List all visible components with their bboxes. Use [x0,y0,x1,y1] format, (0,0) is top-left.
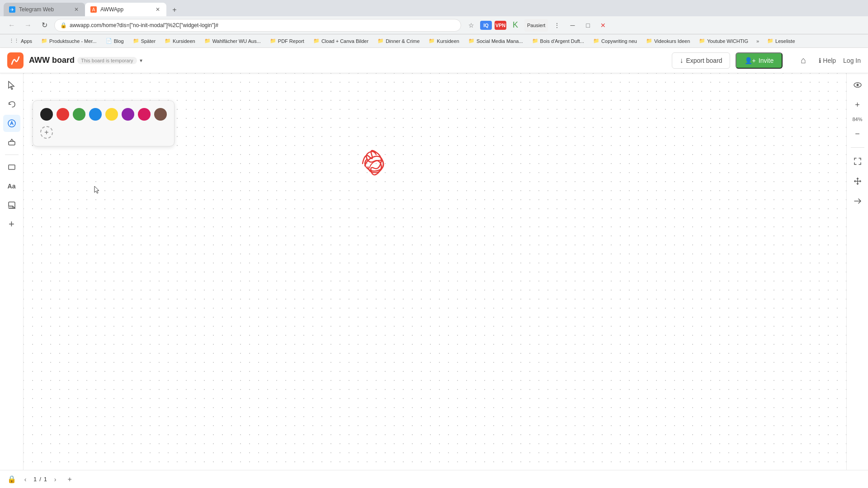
color-swatch-pink[interactable] [138,108,151,121]
move-tool-btn[interactable] [849,173,866,189]
apps-icon: ⋮⋮ [9,38,19,44]
bookmark-kursideen1[interactable]: 📁 Kursideen [161,37,199,45]
star-button[interactable]: ☆ [465,19,477,32]
tab-bar: ✈ Telegram Web ✕ A AWWApp ✕ + [0,0,868,16]
tab-telegram[interactable]: ✈ Telegram Web ✕ [4,3,85,16]
folder-icon-6: 📁 [313,38,320,44]
add-color-row: + [40,126,167,139]
folder-icon-10: 📁 [532,38,538,44]
folder-icon-5: 📁 [270,38,276,44]
svg-point-6 [856,84,859,86]
color-swatch-blue[interactable] [89,108,102,121]
canvas-area[interactable]: + [24,73,846,470]
board-dropdown-arrow: ▾ [140,57,142,64]
color-panel: + [33,100,175,146]
app-logo[interactable] [7,52,24,69]
board-temp-label: This board is temporary [77,57,137,64]
new-tab-button[interactable]: + [168,4,181,16]
color-swatch-brown[interactable] [154,108,167,121]
board-name-area[interactable]: AWW board This board is temporary ▾ [29,56,142,65]
color-swatch-purple[interactable] [122,108,134,121]
undo-tool[interactable] [3,96,20,113]
bookmark-videokurs[interactable]: 📁 Videokurs Ideen [642,37,693,45]
export-button[interactable]: ↓ Export board [672,52,730,69]
color-swatch-yellow[interactable] [105,108,118,121]
text-tool[interactable]: Aa [3,178,20,195]
color-swatch-green[interactable] [73,108,85,121]
tab-close-telegram[interactable]: ✕ [73,5,80,14]
pen-tool[interactable] [3,115,20,132]
fit-screen-button[interactable] [849,153,866,169]
rectangle-tool[interactable] [3,159,20,176]
add-color-button[interactable]: + [40,126,53,139]
main-content: Aa + [0,73,868,470]
board-name: AWW board [29,56,75,65]
bookmark-kursideen2[interactable]: 📁 Kursideen [425,37,463,45]
login-button[interactable]: Log In [843,57,861,64]
folder-icon-13: 📁 [699,38,705,44]
bookmark-produktsuche[interactable]: 📁 Produktsuche - Mer... [38,37,100,45]
bookmark-wahlfaecher[interactable]: 📁 Wahlfächer WU Aus... [201,37,264,45]
bookmark-canva[interactable]: 📁 Cload + Canva Bilder [310,37,372,45]
bookmark-blog[interactable]: 📄 Blog [102,37,127,45]
bookmark-apps[interactable]: ⋮⋮ Apps [5,37,36,45]
bookmark-more[interactable]: » [754,38,762,45]
bookmark-bois[interactable]: 📁 Bois d'Argent Duft... [528,37,588,45]
bookmark-dinner[interactable]: 📁 Dinner & Crime [374,37,423,45]
folder-icon-2: 📁 [133,38,139,44]
profile-button[interactable]: Pausiert [524,19,548,32]
home-icon[interactable]: ⌂ [795,52,811,69]
page-prev-button[interactable]: ‹ [20,474,31,485]
svg-rect-3 [9,165,15,169]
extension-vpn[interactable]: VPN [495,21,506,30]
bookmark-social[interactable]: 📁 Social Media Mana... [465,37,527,45]
zoom-out-button[interactable]: − [849,126,866,142]
bookmark-youtube[interactable]: 📁 Youtube WICHTIG [695,37,752,45]
eraser-tool[interactable] [3,134,20,151]
page-nav: ‹ 1 / 1 › [20,474,61,485]
lock-icon: 🔒 [60,22,67,28]
bookmark-copywriting[interactable]: 📁 Copywriting neu [590,37,641,45]
bottom-bar: 🔒 ‹ 1 / 1 › + [0,470,868,488]
svg-marker-0 [9,81,14,89]
svg-rect-2 [9,141,15,145]
header-right: ⌂ ℹ Help Log In [795,52,861,69]
forward-button[interactable]: → [22,19,34,32]
invite-button[interactable]: 👤+ Invite [736,52,783,69]
add-page-button[interactable]: + [64,474,75,485]
extension-kaspersky[interactable]: K [509,19,522,32]
page-current: 1 [33,476,37,483]
app-wrapper: AWW board This board is temporary ▾ ↓ Ex… [0,48,868,488]
bookmark-spaeter[interactable]: 📁 Später [129,37,159,45]
bookmark-pdf[interactable]: 📁 PDF Report [266,37,308,45]
send-button[interactable] [849,193,866,209]
bookmark-leseliste[interactable]: 📁 Leseliste [764,37,798,45]
left-toolbar: Aa + [0,73,24,470]
color-swatch-black[interactable] [40,108,53,121]
maximize-button[interactable]: □ [581,19,594,32]
help-link[interactable]: ℹ Help [819,57,836,64]
folder-icon-7: 📁 [377,38,384,44]
help-label: Help [823,57,836,64]
tab-awwapp[interactable]: A AWWApp ✕ [85,3,166,16]
info-icon: ℹ [819,57,821,64]
export-icon: ↓ [679,56,683,65]
zoom-in-button[interactable]: + [849,97,866,113]
select-tool[interactable] [3,77,20,94]
page-next-button[interactable]: › [50,474,61,485]
address-bar[interactable]: 🔒 awwapp.com/home?dis=["no-init-modal"]%… [54,19,461,32]
sticky-note-tool[interactable] [3,197,20,214]
close-button[interactable]: ✕ [597,19,609,32]
tab-close-awwapp[interactable]: ✕ [155,5,161,14]
back-button[interactable]: ← [5,19,18,32]
more-tools[interactable]: + [3,216,20,233]
tab-title-telegram: Telegram Web [19,6,70,13]
extensions-button[interactable]: ⋮ [551,19,563,32]
color-swatch-red[interactable] [57,108,69,121]
app-header: AWW board This board is temporary ▾ ↓ Ex… [0,48,868,73]
extension-iq[interactable]: IQ [480,21,492,30]
reload-button[interactable]: ↻ [38,19,51,32]
minimize-button[interactable]: ─ [566,19,579,32]
folder-icon-9: 📁 [468,38,475,44]
eye-icon[interactable] [849,77,866,93]
